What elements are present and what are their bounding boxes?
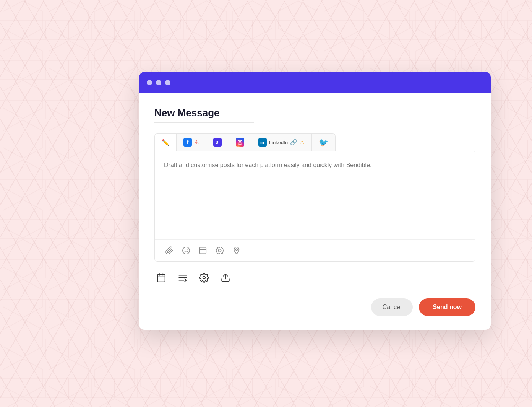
attachment-icon[interactable] bbox=[164, 245, 175, 256]
emoji-icon[interactable] bbox=[181, 245, 191, 256]
linkedin-info-icon: ⚠ bbox=[300, 139, 305, 145]
linkedin-icon: in bbox=[258, 138, 267, 147]
svg-point-12 bbox=[183, 247, 190, 254]
svg-line-20 bbox=[217, 248, 217, 248]
page-title: New Message bbox=[154, 107, 475, 119]
preview-icon[interactable] bbox=[214, 245, 225, 256]
svg-text:B: B bbox=[216, 140, 218, 145]
export-icon[interactable] bbox=[219, 271, 232, 285]
location-icon[interactable] bbox=[231, 245, 242, 256]
bottom-toolbar bbox=[154, 271, 475, 285]
linkedin-label: LinkedIn bbox=[269, 140, 288, 145]
tab-all[interactable]: ✏️ bbox=[155, 134, 177, 151]
tab-bsuite[interactable]: B bbox=[206, 134, 229, 151]
tab-facebook[interactable]: f ⚠ bbox=[177, 134, 206, 151]
svg-point-10 bbox=[242, 140, 242, 141]
tab-linkedin[interactable]: in LinkedIn 🔗 ⚠ bbox=[251, 134, 312, 151]
svg-line-21 bbox=[222, 253, 222, 253]
composer-toolbar bbox=[155, 239, 475, 261]
send-now-button[interactable]: Send now bbox=[419, 298, 475, 316]
traffic-dot-maximize[interactable] bbox=[165, 80, 170, 85]
tab-instagram[interactable] bbox=[229, 134, 251, 151]
traffic-dot-close[interactable] bbox=[147, 80, 152, 85]
media-library-icon[interactable] bbox=[198, 245, 208, 256]
composer-box bbox=[154, 151, 475, 262]
bsuite-icon: B bbox=[213, 138, 222, 147]
svg-point-17 bbox=[218, 249, 221, 252]
action-buttons: Cancel Send now bbox=[154, 298, 475, 316]
svg-rect-15 bbox=[200, 247, 206, 254]
svg-rect-23 bbox=[157, 274, 165, 282]
platform-tabs: ✏️ f ⚠ B bbox=[154, 133, 336, 151]
tab-twitter[interactable]: 🐦 bbox=[312, 134, 335, 151]
svg-point-30 bbox=[203, 277, 206, 279]
queue-icon[interactable] bbox=[176, 271, 190, 285]
settings-icon[interactable] bbox=[197, 271, 211, 285]
svg-text:in: in bbox=[260, 140, 264, 145]
twitter-icon: 🐦 bbox=[319, 138, 328, 147]
title-divider bbox=[154, 122, 254, 123]
title-bar bbox=[139, 72, 491, 93]
main-window: New Message ✏️ f ⚠ B bbox=[139, 72, 491, 330]
message-textarea[interactable] bbox=[155, 151, 475, 239]
linkedin-link-icon: 🔗 bbox=[290, 139, 297, 146]
svg-rect-7 bbox=[236, 138, 244, 147]
calendar-icon[interactable] bbox=[154, 271, 168, 285]
svg-point-22 bbox=[236, 249, 238, 251]
facebook-alert-icon: ⚠ bbox=[194, 139, 199, 145]
pencil-icon: ✏️ bbox=[162, 139, 169, 146]
cancel-button[interactable]: Cancel bbox=[371, 298, 413, 316]
facebook-icon: f bbox=[183, 138, 192, 147]
instagram-icon bbox=[236, 138, 244, 147]
traffic-dot-minimize[interactable] bbox=[156, 80, 161, 85]
window-content: New Message ✏️ f ⚠ B bbox=[139, 93, 491, 330]
